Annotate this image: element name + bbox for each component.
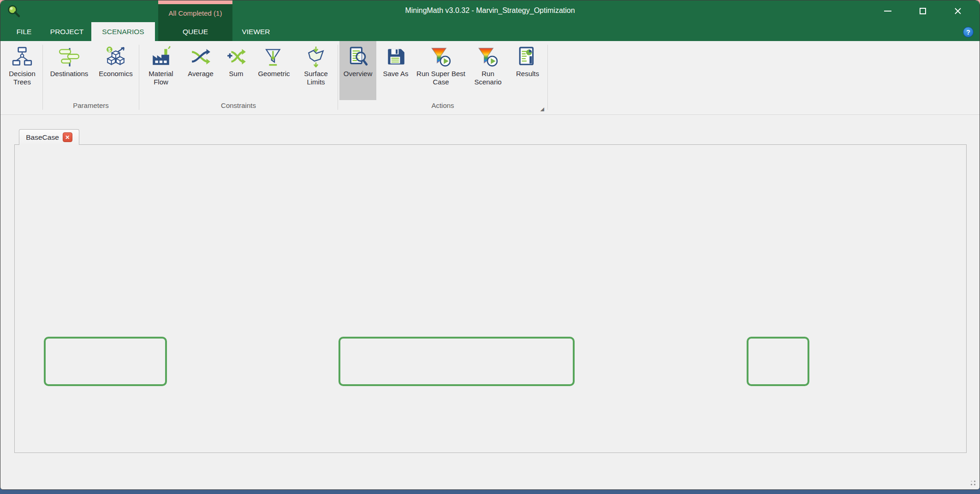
close-button[interactable] [945,0,971,22]
geometric-label: Geometric [257,69,291,78]
ribbon-separator [139,45,139,110]
ribbon-group-label: Actions [339,101,546,114]
funnel-icon [263,45,285,69]
document-magnifier-icon [347,45,368,69]
menu-queue[interactable]: QUEUE [158,22,232,41]
overview-button-selected[interactable]: Overview [339,41,376,100]
menu-project[interactable]: PROJECT [45,22,89,41]
resize-grip[interactable] [968,478,976,486]
run-super-best-case-button[interactable]: Run Super Best Case [415,41,467,100]
ribbon-toolbar: Decision Trees Destination [0,41,980,115]
tab-close-icon[interactable]: ✕ [63,132,72,142]
ribbon-group-label: Parameters [44,101,137,114]
decision-trees-label: Decision Trees [3,69,41,87]
ribbon-separator [547,45,548,110]
rainbow-funnel-play-icon [430,45,451,69]
menu-file[interactable]: FILE [7,22,41,41]
average-button[interactable]: Average [181,41,220,100]
scenario-tab-label: BaseCase [26,133,59,142]
title-bar: MiningMath v3.0.32 - Marvin_Strategy_Opt… [0,0,980,22]
results-label: Results [515,69,540,78]
run-super-best-case-label: Run Super Best Case [415,69,467,87]
close-icon [954,7,962,15]
scenario-tab-basecase[interactable]: BaseCase ✕ [19,129,79,145]
surface-limits-button[interactable]: Surface Limits [296,41,336,100]
signpost-icon [59,45,80,69]
ribbon-separator [42,45,43,110]
ribbon-group-parameters: Destinations $ [44,41,137,114]
decision-trees-button[interactable]: Decision Trees [3,41,41,100]
surface-limits-label: Surface Limits [296,69,336,87]
svg-text:$: $ [108,48,111,53]
cross-arrows-icon [190,45,211,69]
factory-icon [150,45,172,69]
rainbow-funnel-play-icon [477,45,499,69]
queue-status-badge: All Completed (1) [158,4,232,22]
ribbon-group-label [3,101,41,114]
save-as-button[interactable]: Save As [376,41,415,100]
window-title: MiningMath v3.0.32 - Marvin_Strategy_Opt… [0,6,980,15]
destinations-button[interactable]: Destinations [44,41,94,100]
ribbon-group-constraints: Material Flow Average [141,41,336,114]
results-button[interactable]: Results [509,41,546,100]
ribbon-group-actions: Overview Save As [339,41,546,114]
save-as-label: Save As [382,69,409,78]
menu-scenarios-active[interactable]: SCENARIOS [91,22,155,41]
sum-button[interactable]: Sum [220,41,252,100]
maximize-button[interactable] [910,0,936,22]
queue-tab-column: All Completed (1) QUEUE [158,0,232,41]
menu-viewer[interactable]: VIEWER [235,22,277,41]
economics-label: Economics [98,69,133,78]
material-flow-button[interactable]: Material Flow [141,41,181,100]
sum-label: Sum [228,69,244,78]
app-window: MiningMath v3.0.32 - Marvin_Strategy_Opt… [0,0,980,490]
floppy-icon [385,45,406,69]
dialog-launcher-icon[interactable]: ◢ [540,107,544,112]
ribbon-group-decision-trees: Decision Trees [3,41,41,114]
ribbon-separator [338,45,338,110]
overview-label: Overview [343,69,374,78]
geometric-button[interactable]: Geometric [252,41,296,100]
queue-progress-bar [158,0,232,4]
destinations-label: Destinations [49,69,89,78]
economics-button[interactable]: $ Economics [94,41,137,100]
minimize-button[interactable] [875,0,901,22]
document-chart-icon [517,45,538,69]
ribbon-group-label: Constraints [141,101,336,114]
material-flow-label: Material Flow [141,69,181,87]
average-label: Average [187,69,214,78]
cross-arrows-plus-icon [226,45,247,69]
surface-pit-icon [305,45,327,69]
cubes-dollar-icon: $ [105,45,126,69]
scenario-tab-panel [14,144,967,453]
run-scenario-label: Run Scenario [467,69,509,87]
help-button[interactable]: ? [963,27,974,37]
run-scenario-button[interactable]: Run Scenario [467,41,509,100]
decision-trees-icon [12,45,33,69]
